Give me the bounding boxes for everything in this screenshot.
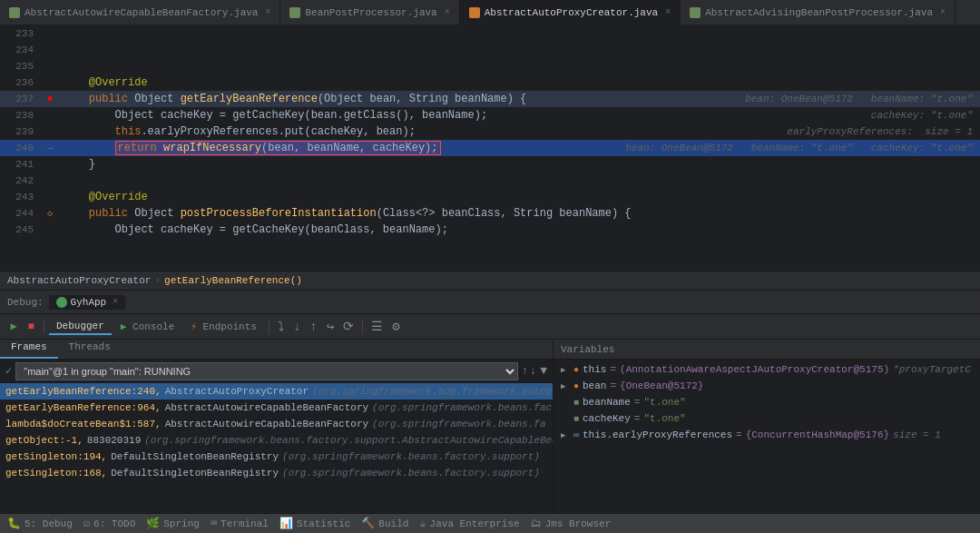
status-jms-label: Jms Browser: [545, 518, 612, 529]
current-line-arrow: →: [47, 143, 53, 153]
tab-close-3[interactable]: ×: [940, 7, 946, 17]
tab-close-2[interactable]: ×: [665, 7, 671, 17]
stack-frame-2[interactable]: lambda$doCreateBean$1:587, AbstractAutow…: [0, 416, 553, 432]
tab-0[interactable]: AbstractAutowireCapableBeanFactory.java …: [0, 0, 280, 25]
gutter-237: ●: [41, 93, 59, 105]
var-icon-this: ●: [573, 365, 579, 375]
tab-1[interactable]: BeanPostProcessor.java ×: [280, 0, 459, 25]
status-todo[interactable]: ☑ 6: TODO: [83, 517, 135, 530]
status-jms-browser[interactable]: 🗂 Jms Browser: [531, 517, 612, 530]
resume-button[interactable]: ▶: [5, 319, 22, 335]
stack-frame-3[interactable]: getObject:-1, 883020319 (org.springframe…: [0, 432, 553, 449]
var-name-bean: bean: [583, 380, 606, 391]
tab-close-0[interactable]: ×: [265, 7, 270, 17]
code-line-242: 242: [0, 173, 980, 189]
var-cachekey[interactable]: ▶ ■ cacheKey = "t.one": [554, 410, 980, 427]
breadcrumb-class[interactable]: AbstractAutoProxyCreator: [7, 275, 151, 286]
terminal-status-icon: ⌨: [211, 517, 217, 530]
status-statistic[interactable]: 📊 Statistic: [279, 517, 350, 530]
code-line-237: 237 ● public Object getEarlyBeanReferenc…: [0, 91, 980, 107]
debug-panel-header: Debug: GyhApp ×: [0, 291, 980, 314]
line-hint-237: bean: OneBean@5172 beanName: "t.one": [745, 94, 980, 104]
toolbar-sep-2: [269, 320, 270, 334]
var-earlyproxy[interactable]: ▶ ∞ this.earlyProxyReferences = {Concurr…: [554, 427, 980, 443]
stack-frame-4[interactable]: getSingleton:194, DefaultSingletonBeanRe…: [0, 449, 553, 465]
var-comment-earlyproxy: size = 1: [893, 429, 941, 440]
var-beanname[interactable]: ▶ ■ beanName = "t.one": [554, 394, 980, 410]
gutter-244: ◇: [41, 208, 59, 219]
status-spring[interactable]: 🌿 Spring: [146, 517, 200, 530]
step-into-btn[interactable]: ↓: [289, 318, 304, 336]
toolbar-sep-3: [362, 320, 363, 334]
var-eq-earlyproxy: =: [736, 429, 742, 440]
thread-down-arrow[interactable]: ↓: [530, 365, 536, 378]
stop-button[interactable]: ■: [23, 319, 39, 335]
status-terminal[interactable]: ⌨ Terminal: [211, 517, 269, 530]
status-bar: 🐛 5: Debug ☑ 6: TODO 🌿 Spring ⌨ Terminal…: [0, 513, 980, 533]
frames-btn[interactable]: ☰: [368, 317, 387, 336]
endpoints-tab[interactable]: ⚡ Endpoints: [183, 319, 264, 334]
stack-frame-5[interactable]: getSingleton:168, DefaultSingletonBeanRe…: [0, 465, 553, 481]
expand-earlyproxy[interactable]: ▶: [561, 430, 570, 440]
var-icon-cachekey: ■: [573, 414, 579, 424]
variables-header: Variables: [554, 340, 980, 360]
line-num-245: 245: [0, 224, 41, 235]
frames-tab[interactable]: Frames: [0, 340, 58, 359]
build-status-icon: 🔨: [361, 517, 375, 530]
stack-frame-0[interactable]: getEarlyBeanReference:240, AbstractAutoP…: [0, 383, 553, 400]
thread-check-icon: ✓: [5, 364, 12, 378]
threads-tab[interactable]: Threads: [58, 340, 122, 359]
var-this[interactable]: ▶ ● this = (AnnotationAwareAspectJAutoPr…: [554, 361, 980, 378]
breadcrumb-method[interactable]: getEarlyBeanReference(): [164, 275, 302, 286]
var-val-this: (AnnotationAwareAspectJAutoProxyCreator@…: [620, 364, 889, 375]
variable-list: ▶ ● this = (AnnotationAwareAspectJAutoPr…: [554, 360, 980, 513]
step-over-btn[interactable]: ⤵: [274, 318, 288, 336]
stack-pkg-5: (org.springframework.beans.factory.suppo…: [282, 468, 540, 479]
todo-status-icon: ☑: [83, 517, 90, 530]
status-build[interactable]: 🔨 Build: [361, 517, 408, 530]
console-tab[interactable]: ▶ Console: [113, 319, 181, 334]
status-debug-label: 5: Debug: [24, 518, 73, 529]
stack-cls-3: 883020319: [87, 435, 141, 446]
thread-selector: ✓ "main"@1 in group "main": RUNNING ↑ ↓ …: [0, 360, 553, 383]
run-to-cursor-btn[interactable]: ↪: [323, 317, 338, 336]
thread-select-dropdown[interactable]: "main"@1 in group "main": RUNNING: [15, 362, 518, 380]
line-content-241: }: [59, 158, 980, 171]
var-bean[interactable]: ▶ ● bean = {OneBean@5172}: [554, 378, 980, 394]
code-line-233: 233: [0, 25, 980, 42]
debug-app-name: GyhApp: [71, 297, 107, 308]
line-content-244: public Object postProcessBeforeInstantia…: [59, 207, 980, 220]
status-java-enterprise[interactable]: ☕ Java Enterprise: [419, 517, 519, 530]
settings-btn[interactable]: ⚙: [388, 317, 403, 336]
status-statistic-label: Statistic: [297, 518, 350, 529]
code-line-243: 243 @Override: [0, 189, 980, 205]
endpoints-icon: ⚡: [191, 321, 197, 332]
debug-app-close[interactable]: ×: [113, 297, 118, 307]
var-eq-cachekey: =: [634, 413, 641, 424]
expand-bean[interactable]: ▶: [561, 381, 570, 391]
stack-frame-1[interactable]: getEarlyBeanReference:964, AbstractAutow…: [0, 400, 553, 416]
var-icon-earlyproxy: ∞: [573, 430, 579, 440]
expand-this[interactable]: ▶: [561, 365, 570, 375]
var-eq-bean: =: [610, 380, 616, 391]
frames-panel: Frames Threads ✓ "main"@1 in group "main…: [0, 340, 554, 513]
stack-cls-4: DefaultSingletonBeanRegistry: [111, 451, 279, 462]
thread-up-arrow[interactable]: ↑: [522, 365, 528, 378]
tab-3[interactable]: AbstractAdvisingBeanPostProcessor.java ×: [681, 0, 956, 25]
line-num-241: 241: [0, 159, 41, 170]
step-out-btn[interactable]: ↑: [306, 318, 320, 336]
evaluate-btn[interactable]: ⟳: [339, 317, 358, 336]
stack-fn-2: lambda$doCreateBean$1:587,: [5, 419, 162, 429]
debug-app-tab[interactable]: GyhApp ×: [49, 295, 126, 310]
thread-filter-btn[interactable]: ▼: [540, 364, 547, 378]
tab-2[interactable]: AbstractAutoProxyCreator.java ×: [460, 0, 681, 25]
code-line-236: 236 @Override: [0, 74, 980, 91]
breakpoint-237[interactable]: ●: [46, 93, 53, 105]
code-line-235: 235: [0, 58, 980, 74]
status-debug[interactable]: 🐛 5: Debug: [7, 517, 73, 530]
code-line-234: 234: [0, 42, 980, 58]
debugger-tab[interactable]: Debugger: [49, 319, 112, 335]
gutter-240: →: [41, 143, 59, 153]
tab-close-1[interactable]: ×: [445, 7, 450, 17]
line-hint-240: bean: OneBean@5172 beanName: "t.one" cac…: [625, 143, 980, 153]
